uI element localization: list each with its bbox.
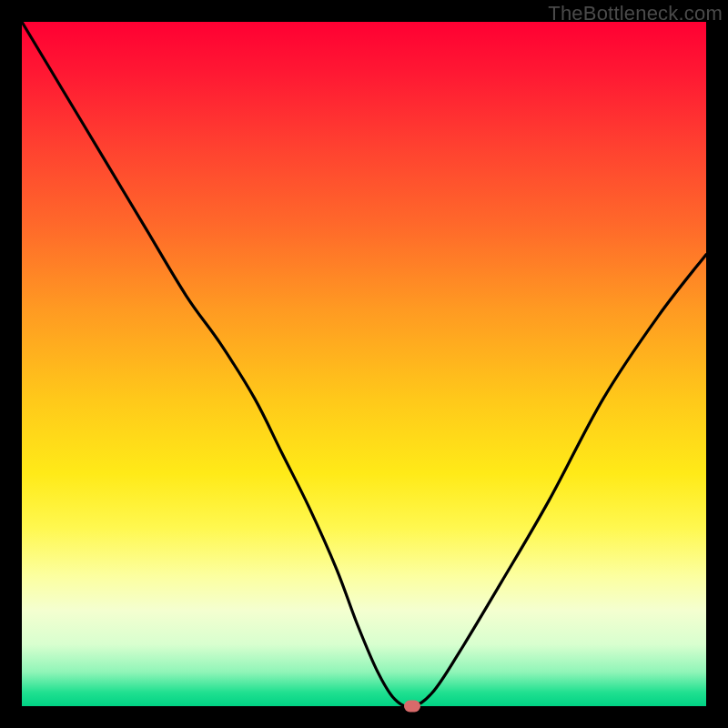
- chart-curve: [22, 22, 706, 706]
- chart-data-point-marker: [404, 701, 420, 713]
- chart-plot-area: [22, 22, 706, 706]
